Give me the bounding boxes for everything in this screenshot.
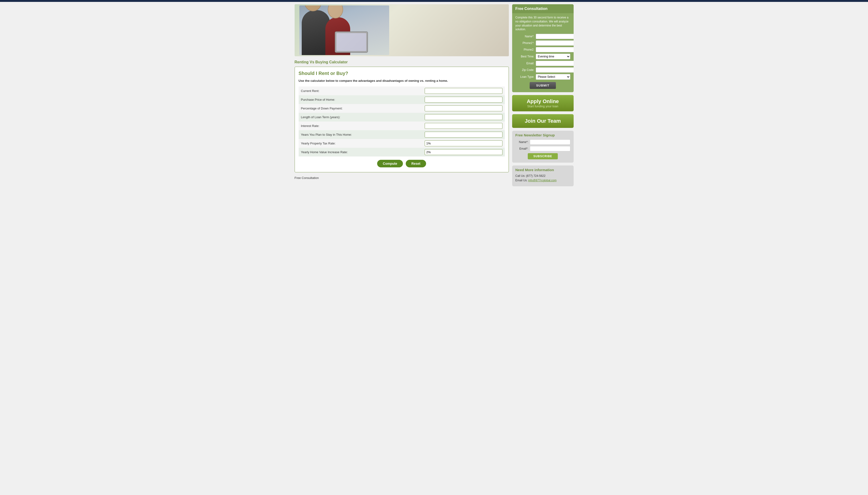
newsletter-title: Free Newsletter Signup bbox=[515, 133, 570, 137]
email-us-label: Email Us: bbox=[515, 179, 528, 182]
calc-row-label: Current Rent: bbox=[299, 86, 422, 95]
compute-button[interactable]: Compute bbox=[377, 160, 403, 167]
need-more-body: Call Us: (877) 724-5622 Email Us: info@8… bbox=[515, 174, 570, 183]
calc-row: Percentage of Down Payment: bbox=[299, 104, 505, 113]
email-input[interactable] bbox=[536, 61, 574, 66]
submit-button[interactable]: SUBMIT bbox=[530, 82, 556, 89]
join-team-box[interactable]: Join Our Team bbox=[512, 114, 574, 128]
calc-field-input-4[interactable] bbox=[425, 123, 503, 129]
calc-row-label: Yearly Home Value Increase Rate: bbox=[299, 148, 422, 156]
newsletter-name-row: Name*: bbox=[515, 139, 570, 145]
email-row: Email: bbox=[515, 61, 570, 66]
email-us-row: Email Us: info@877rcglobal.com bbox=[515, 178, 570, 183]
calc-row: Purchase Price of Home: bbox=[299, 95, 505, 104]
newsletter-name-input[interactable] bbox=[530, 139, 570, 145]
calc-heading: Should I Rent or Buy? bbox=[299, 71, 505, 76]
phone2-label: Phone2: bbox=[515, 48, 534, 51]
call-us-text: Call Us: (877) 724-5622 bbox=[515, 174, 570, 178]
calc-field-input-7[interactable] bbox=[425, 149, 503, 155]
loan-type-row: Loan Type: Please Select Purchase Refina… bbox=[515, 74, 570, 80]
calc-field-input-3[interactable] bbox=[425, 114, 503, 120]
phone1-input[interactable] bbox=[536, 40, 574, 46]
join-team-text: Join Our Team bbox=[516, 118, 570, 124]
hero-image bbox=[295, 4, 509, 56]
consultation-box: Free Consultation Complete this 30 secon… bbox=[512, 4, 574, 92]
laptop bbox=[335, 31, 368, 53]
name-input[interactable] bbox=[536, 34, 574, 39]
person2-head bbox=[328, 5, 343, 18]
email-us-link[interactable]: info@877rcglobal.com bbox=[528, 179, 557, 182]
calc-row-label: Purchase Price of Home: bbox=[299, 95, 422, 104]
consultation-desc: Complete this 30 second form to receive … bbox=[515, 16, 570, 31]
calc-field-input-0[interactable] bbox=[425, 88, 503, 94]
apply-online-box[interactable]: Apply Online Start funding your loan bbox=[512, 95, 574, 111]
calc-field-input-6[interactable] bbox=[425, 140, 503, 146]
phone1-label: Phone1*: bbox=[515, 41, 534, 45]
zip-row: Zip Code: bbox=[515, 67, 570, 72]
calculator-box: Should I Rent or Buy? Use the calculator… bbox=[295, 67, 509, 172]
best-time-select[interactable]: Morning time Afternoon time Evening time bbox=[536, 54, 570, 59]
section-title: Renting Vs Buying Calculator bbox=[295, 60, 509, 64]
calc-row-label: Years You Plan to Stay in This Home: bbox=[299, 130, 422, 139]
newsletter-name-label: Name*: bbox=[515, 140, 528, 144]
subscribe-button[interactable]: SUBSCRIBE bbox=[528, 153, 558, 159]
calc-row: Yearly Property Tax Rate: bbox=[299, 139, 505, 148]
calc-row: Length of Loan Term (years): bbox=[299, 113, 505, 121]
consultation-title: Free Consultation bbox=[512, 4, 574, 13]
consultation-body: Complete this 30 second form to receive … bbox=[512, 13, 574, 92]
calc-field-input-2[interactable] bbox=[425, 105, 503, 111]
calc-table: Current Rent:Purchase Price of Home:Perc… bbox=[299, 86, 505, 156]
reset-button[interactable]: Reset bbox=[406, 160, 426, 167]
newsletter-box: Free Newsletter Signup Name*: Email*: SU… bbox=[512, 131, 574, 163]
newsletter-email-row: Email*: bbox=[515, 146, 570, 151]
calc-buttons: Compute Reset bbox=[299, 156, 505, 168]
calc-row: Years You Plan to Stay in This Home: bbox=[299, 130, 505, 139]
main-content: Renting Vs Buying Calculator Should I Re… bbox=[295, 4, 509, 186]
newsletter-email-label: Email*: bbox=[515, 147, 528, 150]
best-time-row: Best Time: Morning time Afternoon time E… bbox=[515, 54, 570, 59]
apply-online-title: Apply Online bbox=[515, 98, 570, 104]
free-consult-text: Free Consultation bbox=[295, 176, 319, 180]
calc-description: Use the calculator below to compare the … bbox=[299, 79, 505, 83]
name-label: Name*: bbox=[515, 35, 534, 38]
free-consult-link[interactable]: Free Consultation bbox=[295, 176, 509, 180]
phone1-row: Phone1*: bbox=[515, 40, 570, 46]
loan-type-select[interactable]: Please Select Purchase Refinance Home Eq… bbox=[536, 74, 570, 80]
apply-online-subtitle: Start funding your loan bbox=[515, 104, 570, 108]
phone2-input[interactable] bbox=[536, 47, 574, 52]
email-label: Email: bbox=[515, 62, 534, 65]
need-more-title: Need More information bbox=[515, 168, 570, 172]
hero-image-inner bbox=[299, 5, 389, 55]
calc-row: Interest Rate: bbox=[299, 121, 505, 130]
zip-input[interactable] bbox=[536, 67, 574, 72]
newsletter-email-input[interactable] bbox=[530, 146, 570, 151]
top-bar bbox=[0, 0, 868, 2]
calc-field-input-5[interactable] bbox=[425, 132, 503, 138]
name-row: Name*: bbox=[515, 34, 570, 39]
calc-row: Yearly Home Value Increase Rate: bbox=[299, 148, 505, 156]
best-time-label: Best Time: bbox=[515, 55, 534, 58]
loan-type-label: Loan Type: bbox=[515, 75, 534, 79]
calc-row-label: Percentage of Down Payment: bbox=[299, 104, 422, 113]
sidebar: Free Consultation Complete this 30 secon… bbox=[512, 4, 574, 186]
need-more-box: Need More information Call Us: (877) 724… bbox=[512, 166, 574, 186]
calc-row-label: Yearly Property Tax Rate: bbox=[299, 139, 422, 148]
calc-field-input-1[interactable] bbox=[425, 97, 503, 103]
phone2-row: Phone2: bbox=[515, 47, 570, 52]
calc-row-label: Length of Loan Term (years): bbox=[299, 113, 422, 121]
calc-row-label: Interest Rate: bbox=[299, 121, 422, 130]
calc-row: Current Rent: bbox=[299, 86, 505, 95]
zip-label: Zip Code: bbox=[515, 68, 534, 72]
